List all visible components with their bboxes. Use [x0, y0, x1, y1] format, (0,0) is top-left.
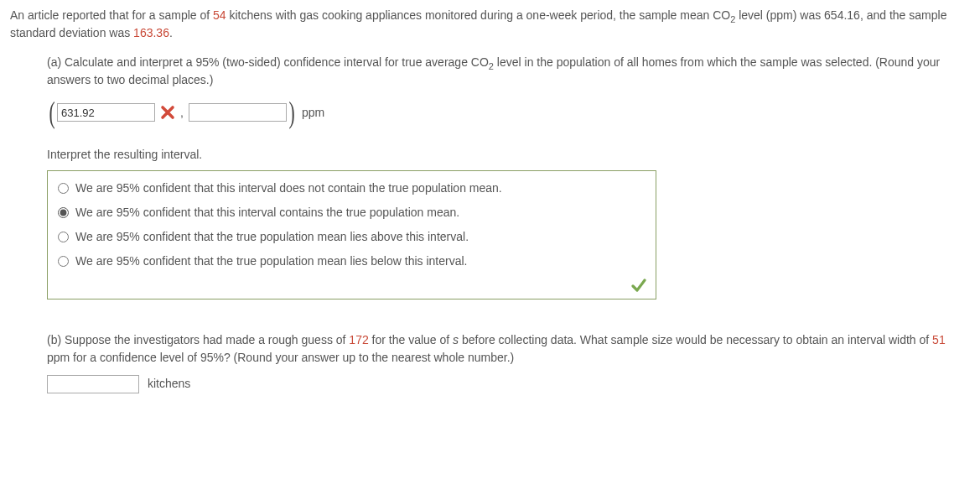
s-guess: 172 [349, 333, 368, 346]
part-b-text: (b) Suppose the investigators had made a… [47, 331, 970, 367]
correct-icon [630, 277, 647, 294]
incorrect-icon [160, 105, 175, 120]
ci-lower-input[interactable] [57, 103, 155, 122]
interpret-label-2: We are 95% confident that the true popul… [75, 228, 469, 246]
intro-seg1: An article reported that for a sample of [10, 8, 213, 22]
interpret-radio-1[interactable] [58, 207, 69, 218]
interpret-option-2[interactable]: We are 95% confident that the true popul… [56, 225, 647, 249]
interpret-option-box: We are 95% confident that this interval … [47, 170, 656, 299]
interpret-radio-2[interactable] [58, 232, 69, 242]
interpret-label-0: We are 95% confident that this interval … [75, 180, 502, 197]
co2-subscript-a: 2 [489, 61, 494, 71]
part-a-seg1: (a) Calculate and interpret a 95% (two-s… [47, 55, 489, 69]
ci-answer-row: ( , ) ppm [47, 97, 970, 128]
interval-width: 51 [932, 333, 946, 346]
intro-seg2: kitchens with gas cooking appliances mon… [226, 8, 731, 22]
ci-unit: ppm [302, 104, 324, 122]
part-b-seg3: before collecting data. What sample size… [459, 333, 932, 346]
interpret-radio-3[interactable] [58, 256, 69, 267]
part-b-seg4: ppm for a confidence level of 95%? (Roun… [47, 351, 514, 364]
sample-size: 54 [213, 8, 226, 22]
part-b-seg1: (b) Suppose the investigators had made a… [47, 333, 349, 346]
interpret-label-1: We are 95% confident that this interval … [75, 204, 459, 221]
part-b-answer-row: kitchens [47, 375, 970, 393]
close-paren-icon: ) [288, 97, 294, 128]
part-a-text: (a) Calculate and interpret a 95% (two-s… [47, 54, 970, 89]
ci-upper-input[interactable] [189, 103, 287, 122]
part-b-seg2: for the value of [369, 333, 453, 346]
comma-separator: , [180, 104, 184, 122]
intro-seg4: . [169, 26, 173, 39]
intro-text: An article reported that for a sample of… [10, 7, 970, 42]
sample-size-input[interactable] [47, 375, 139, 393]
interpret-option-1[interactable]: We are 95% confident that this interval … [56, 201, 647, 225]
interpret-option-3[interactable]: We are 95% confident that the true popul… [56, 249, 647, 273]
interpret-label-3: We are 95% confident that the true popul… [75, 253, 467, 270]
part-b-unit: kitchens [148, 377, 190, 390]
interpret-option-0[interactable]: We are 95% confident that this interval … [56, 176, 647, 201]
open-paren-icon: ( [49, 97, 54, 128]
co2-subscript: 2 [730, 14, 735, 24]
interpret-radio-0[interactable] [58, 183, 69, 194]
interpret-heading: Interpret the resulting interval. [47, 146, 970, 164]
sample-sd: 163.36 [133, 26, 169, 39]
